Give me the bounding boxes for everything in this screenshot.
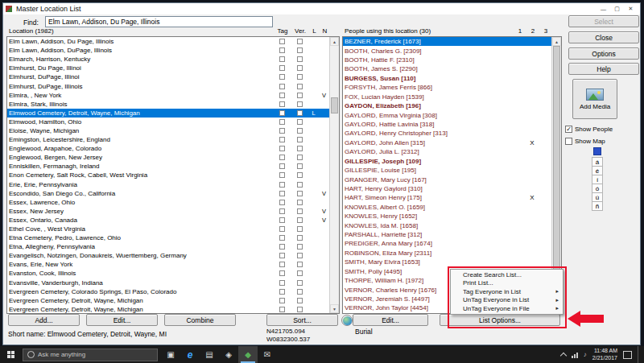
volume-icon[interactable]: ♪ — [584, 352, 587, 358]
ver-checkbox[interactable] — [297, 235, 303, 241]
location-row[interactable]: Elmhurst, DuPage, Illinoi — [7, 72, 339, 81]
ver-checkbox[interactable] — [297, 110, 303, 116]
person-row[interactable]: HART, Henry Gaylord [310] — [343, 184, 561, 193]
ver-checkbox[interactable] — [297, 163, 303, 169]
location-row[interactable]: Evergreen Cemetery, Detroit, Wayne, Mich… — [7, 305, 339, 314]
tag-checkbox[interactable] — [279, 270, 285, 276]
menu-item[interactable]: UnTag Everyone in File▸ — [452, 304, 562, 313]
location-row[interactable]: Evansville, Vanderburgh, Indiana — [7, 278, 339, 287]
scroll-thumb[interactable] — [331, 97, 338, 113]
person-row[interactable]: BURGESS, Susan [110] — [343, 74, 561, 83]
person-row[interactable]: GRANGER, Mary Lucy [167] — [343, 175, 561, 184]
person-row[interactable]: KNOWLES, Henry [1652] — [343, 212, 561, 221]
menu-item[interactable]: Print List... — [452, 279, 562, 288]
person-row[interactable]: GILLESPIE, Joseph [109] — [343, 156, 561, 165]
ver-checkbox[interactable] — [297, 280, 303, 286]
ver-checkbox[interactable] — [297, 84, 303, 89]
network-icon[interactable] — [572, 352, 578, 358]
ver-checkbox[interactable] — [297, 155, 303, 160]
tag-checkbox[interactable] — [279, 289, 285, 295]
location-row[interactable]: Essex, Ontario, CanadaV — [7, 216, 339, 225]
color-swatch[interactable] — [593, 147, 601, 155]
person-row[interactable]: FOX, Lucian Hayden [1539] — [343, 93, 561, 101]
person-row[interactable]: BOOTH, Charles G. [2309] — [343, 46, 561, 55]
mail-icon[interactable]: ✉ — [258, 346, 277, 363]
location-row[interactable]: Elmarch, Harrison, Kentucky — [7, 55, 339, 64]
ver-checkbox[interactable] — [297, 137, 303, 142]
person-row[interactable]: HART, Simeon Henry [175]X — [343, 193, 561, 202]
menu-item[interactable]: Tag Everyone in List▸ — [452, 287, 562, 296]
start-button[interactable] — [0, 346, 21, 363]
person-row[interactable]: SMITH, Mary Elvira [1653] — [343, 258, 561, 266]
person-row[interactable]: GAYLORD, Henry Christopher [313] — [343, 129, 561, 138]
tag-checkbox[interactable] — [279, 56, 285, 62]
scroll-track[interactable] — [330, 46, 339, 304]
person-row[interactable]: KNOWLES, Ida M. [1658] — [343, 221, 561, 229]
edge-icon[interactable]: e — [180, 346, 200, 363]
person-row[interactable]: GAYLORD, Emma Virginia [308] — [343, 110, 561, 119]
geo-database-button[interactable] — [341, 315, 353, 326]
person-row[interactable]: BEZNER, Frederick [1673] — [343, 37, 561, 46]
location-row[interactable]: Evergreen Cemetery, Colorado Springs, El… — [7, 287, 339, 296]
location-row[interactable]: Elmira, , New YorkV — [7, 91, 339, 100]
legacy-app-icon[interactable]: ◆ — [238, 346, 258, 363]
tag-checkbox[interactable] — [279, 226, 285, 232]
tag-checkbox[interactable] — [279, 74, 285, 80]
person-row[interactable]: PREDIGER, Anna Mary [1674] — [343, 239, 561, 248]
sort-button[interactable]: Sort... — [266, 314, 338, 326]
taskbar-clock[interactable]: 11:48 AM 2/21/2017 — [592, 348, 617, 361]
tag-checkbox[interactable] — [279, 235, 285, 241]
person-row[interactable]: GAYLORD, John Allen [315]X — [343, 138, 561, 147]
tag-checkbox[interactable] — [279, 155, 285, 160]
ver-checkbox[interactable] — [297, 298, 303, 303]
ver-checkbox[interactable] — [297, 93, 303, 98]
diacritic-button[interactable]: ñ — [592, 201, 603, 211]
location-row[interactable]: Ethel Cove, , West Virginia — [7, 225, 339, 233]
ver-checkbox[interactable] — [297, 47, 303, 53]
tag-checkbox[interactable] — [279, 84, 285, 89]
ver-checkbox[interactable] — [297, 270, 303, 276]
ver-checkbox[interactable] — [297, 182, 303, 188]
ver-checkbox[interactable] — [297, 253, 303, 258]
ver-checkbox[interactable] — [297, 244, 303, 250]
scroll-down-icon[interactable]: ▼ — [330, 304, 339, 313]
scroll-track[interactable] — [552, 46, 561, 304]
ver-checkbox[interactable] — [297, 128, 303, 134]
location-row[interactable]: Evangelisch, Notzingen, Donaukreis, Wuer… — [7, 251, 339, 260]
ver-checkbox[interactable] — [297, 74, 303, 80]
person-row[interactable]: PARSHALL, Harriette [312] — [343, 230, 561, 239]
menu-item[interactable]: UnTag Everyone in List▸ — [452, 296, 562, 305]
file-explorer-icon[interactable]: ▤ — [200, 346, 219, 363]
ver-checkbox[interactable] — [297, 217, 303, 223]
location-row[interactable]: Escondido, San Diego Co., CaliforniaV — [7, 189, 339, 198]
help-button[interactable]: Help — [568, 63, 639, 75]
ver-checkbox[interactable] — [297, 39, 303, 44]
scroll-thumb[interactable] — [553, 46, 560, 304]
task-view-icon[interactable]: ▣ — [161, 346, 180, 363]
person-row[interactable]: GILLESPIE, Louise [195] — [343, 166, 561, 175]
location-row[interactable]: Evergreen Cemetery, Detroit, Wayne, Mich… — [7, 296, 339, 305]
minimize-icon[interactable]: — — [597, 4, 610, 14]
close-button[interactable]: Close — [568, 31, 639, 43]
location-row[interactable]: Emingston, Leicestershire, England — [7, 135, 339, 144]
combine-button[interactable]: Combine — [164, 314, 236, 326]
show-desktop-button[interactable] — [638, 346, 641, 363]
edit-location-button[interactable]: Edit... — [86, 314, 158, 326]
ver-checkbox[interactable] — [297, 101, 303, 107]
person-row[interactable]: FORSYTH, James Ferris [866] — [343, 83, 561, 92]
show-people-checkbox[interactable]: ✓ — [565, 126, 572, 133]
location-row[interactable]: Etna, Allegheny, Pennsylvania — [7, 242, 339, 251]
tag-checkbox[interactable] — [279, 217, 285, 223]
location-row[interactable]: Englewood, Bergen, New Jersey — [7, 153, 339, 162]
tag-checkbox[interactable] — [279, 280, 285, 286]
location-row[interactable]: Englewood, Arapahoe, Colorado — [7, 144, 339, 153]
store-icon[interactable]: ◈ — [219, 346, 238, 363]
tag-checkbox[interactable] — [279, 119, 285, 125]
tag-checkbox[interactable] — [279, 137, 285, 142]
location-row[interactable]: Etna Cemetery, Pedro, Lawrence, Ohio — [7, 233, 339, 242]
person-row[interactable]: BOOTH, Hattie F. [2310] — [343, 56, 561, 64]
tag-checkbox[interactable] — [279, 128, 285, 134]
add-location-button[interactable]: Add... — [8, 314, 80, 326]
tag-checkbox[interactable] — [279, 191, 285, 196]
list-options-button[interactable]: List Options... — [440, 314, 560, 326]
